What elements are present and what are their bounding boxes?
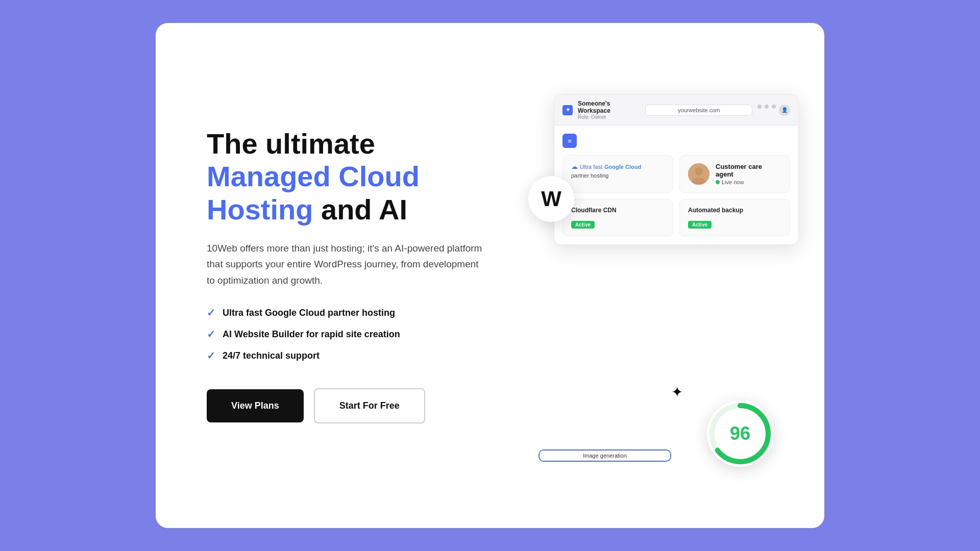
w-letter: W [541,187,561,211]
corner-dot-bl [538,458,542,462]
ctrl-dot-3 [772,105,776,109]
check-icon-1: ✓ [207,307,215,319]
panel-cards-grid: ☁ Ultra fast Google Cloud partner hostin… [562,155,790,236]
backup-title: Automated backup [688,207,781,215]
image-gen-panel: Image generation [538,449,671,462]
feature-item-2: ✓ AI Website Builder for rapid site crea… [207,328,493,340]
description-text: 10Web offers more than just hosting; it'… [207,240,482,288]
panel-body: ≡ ☁ Ultra fast Google Cloud partner host… [554,126,798,244]
feature-label-1: Ultra fast Google Cloud partner hosting [223,308,395,318]
feature-label-2: AI Website Builder for rapid site creati… [223,329,400,340]
start-free-button[interactable]: Start For Free [314,388,425,423]
ctrl-dot-2 [765,105,769,109]
agent-status: Live now [716,179,781,185]
backup-badge: Active [688,221,712,229]
panel-logo-icon: ✦ [562,105,573,115]
corner-dot-br [668,458,671,462]
main-card: The ultimate Managed Cloud Hosting and A… [156,23,824,528]
dashboard-panel: ✦ Someone's Workspace Role: Owner yourwe… [554,94,799,245]
left-content: The ultimate Managed Cloud Hosting and A… [207,128,493,423]
url-bar: yourwebsite.com [645,105,752,116]
check-icon-2: ✓ [207,328,215,340]
cloudflare-card: Cloudflare CDN Active [562,199,673,236]
view-plans-button[interactable]: View Plans [207,389,304,422]
cloud-icon: ☁ [571,163,578,170]
feature-label-3: 24/7 technical support [223,350,320,361]
feature-item-1: ✓ Ultra fast Google Cloud partner hostin… [207,307,493,319]
headline-part3: and AI [313,193,407,226]
panel-workspace-label: Someone's Workspace Role: Owner [578,100,640,120]
ctrl-dot-1 [757,105,762,109]
score-circle: 96 [707,400,773,467]
svg-point-1 [695,167,703,176]
user-avatar-small: 👤 [779,105,790,116]
workspace-name: Someone's Workspace [578,100,640,114]
agent-info: Customer care agent Live now [716,163,781,185]
cloudflare-title: Cloudflare CDN [571,207,665,215]
corner-dot-tr [668,449,671,453]
panel-topbar: ✦ Someone's Workspace Role: Owner yourwe… [554,95,798,126]
headline: The ultimate Managed Cloud Hosting and A… [207,128,493,226]
headline-part1: The ultimate [207,128,375,160]
google-cloud-badge: ☁ Ultra fast Google Cloud [571,163,665,170]
right-mockup: W ✦ Someone's Workspace Role: Owner your… [523,64,783,487]
workspace-role: Role: Owner [578,114,640,120]
panel-window-controls: 👤 [757,105,790,116]
check-icon-3: ✓ [207,349,215,362]
live-indicator [716,180,720,184]
backup-card: Automated backup Active [679,199,790,236]
google-text: Google Cloud [604,164,641,170]
hosting-subtitle: partner hosting [571,172,665,179]
score-value: 96 [730,423,750,444]
hosting-card: ☁ Ultra fast Google Cloud partner hostin… [562,155,673,193]
feature-item-3: ✓ 24/7 technical support [207,349,493,362]
wordpress-logo-circle: W [528,176,574,222]
ai-sparkle-icon: ✦ [671,384,683,400]
hosting-label: Ultra fast [580,164,602,170]
cta-buttons: View Plans Start For Free [207,388,493,423]
features-list: ✓ Ultra fast Google Cloud partner hostin… [207,307,493,362]
agent-card: Customer care agent Live now [679,155,790,193]
agent-name: Customer care agent [716,163,781,178]
image-gen-label: Image generation [540,450,670,461]
agent-status-text: Live now [722,179,744,185]
panel-sidebar-icon: ≡ [562,134,577,148]
cloudflare-badge: Active [571,221,595,229]
agent-avatar [688,163,709,185]
